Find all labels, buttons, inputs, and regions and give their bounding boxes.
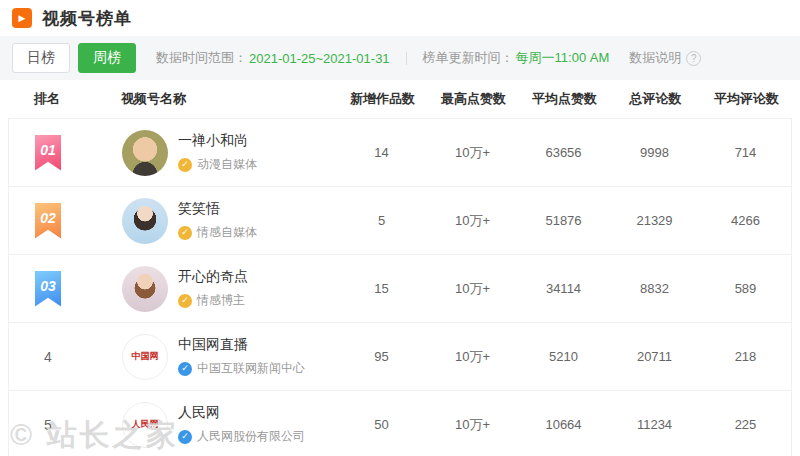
account-name: 一禅小和尚 (178, 132, 257, 150)
verified-badge-icon: ✓ (178, 430, 192, 444)
max-likes-value: 10万+ (427, 280, 518, 298)
rank-badge: 02 (35, 203, 61, 239)
table-row[interactable]: 01 一禅小和尚 ✓ 动漫自媒体 14 10万+ 63656 9998 714 (9, 119, 791, 187)
verified-badge-icon: ✓ (178, 158, 192, 172)
avg-comments-value: 4266 (700, 213, 791, 228)
new-works-count: 14 (336, 145, 427, 160)
avatar (122, 266, 168, 312)
table-row[interactable]: 4 中国网 中国网直播 ✓ 中国互联网新闻中心 95 10万+ 5210 207… (9, 323, 791, 391)
verified-badge-icon: ✓ (178, 226, 192, 240)
total-comments-value: 21329 (609, 213, 700, 228)
avg-comments-value: 218 (700, 349, 791, 364)
avg-likes-value: 63656 (518, 145, 609, 160)
avg-comments-value: 589 (700, 281, 791, 296)
column-header-new-works: 新增作品数 (337, 90, 428, 108)
column-header-rank: 排名 (8, 90, 86, 108)
avatar-logo-text: 人民网 (132, 420, 159, 430)
account-name: 人民网 (178, 404, 305, 422)
video-ranking-page: ▶ 视频号榜单 日榜 周榜 数据时间范围： 2021-01-25~2021-01… (0, 0, 800, 456)
max-likes-value: 10万+ (427, 416, 518, 434)
avatar (122, 130, 168, 176)
account-name: 开心的奇点 (178, 268, 248, 286)
date-range-label: 数据时间范围： (156, 49, 247, 67)
page-title: 视频号榜单 (42, 7, 132, 30)
rank-badge: 4 (44, 349, 52, 365)
total-comments-value: 20711 (609, 349, 700, 364)
table-row[interactable]: 03 开心的奇点 ✓ 情感博主 15 10万+ 34114 8832 589 (9, 255, 791, 323)
rank-badge: 01 (35, 135, 61, 171)
data-explain-link[interactable]: 数据说明 (629, 49, 681, 67)
avatar: 人民网 (122, 402, 168, 448)
avatar-logo-text: 中国网 (132, 352, 159, 362)
rank-badge: 5 (44, 417, 52, 433)
date-range-value: 2021-01-25~2021-01-31 (249, 51, 390, 66)
tab-weekly[interactable]: 周榜 (78, 43, 136, 73)
table-header-row: 排名 视频号名称 新增作品数 最高点赞数 平均点赞数 总评论数 平均评论数 (8, 80, 792, 118)
new-works-count: 50 (336, 417, 427, 432)
column-header-max-likes: 最高点赞数 (428, 90, 519, 108)
certification-text: 中国互联网新闻中心 (197, 360, 305, 377)
help-icon[interactable]: ? (686, 51, 701, 66)
avatar: 中国网 (122, 334, 168, 380)
max-likes-value: 10万+ (427, 212, 518, 230)
toolbar: 日榜 周榜 数据时间范围： 2021-01-25~2021-01-31 榜单更新… (0, 36, 800, 80)
video-play-icon: ▶ (12, 8, 32, 28)
update-time-value: 每周一11:00 AM (516, 49, 610, 67)
new-works-count: 95 (336, 349, 427, 364)
table-row[interactable]: 02 笑笑悟 ✓ 情感自媒体 5 10万+ 51876 21329 4266 (9, 187, 791, 255)
account-name: 中国网直播 (178, 336, 305, 354)
avg-likes-value: 5210 (518, 349, 609, 364)
update-time-label: 榜单更新时间： (423, 49, 514, 67)
new-works-count: 15 (336, 281, 427, 296)
avatar (122, 198, 168, 244)
avg-comments-value: 714 (700, 145, 791, 160)
verified-badge-icon: ✓ (178, 362, 192, 376)
ranking-table: 01 一禅小和尚 ✓ 动漫自媒体 14 10万+ 63656 9998 714 … (8, 118, 792, 456)
avg-comments-value: 225 (700, 417, 791, 432)
avg-likes-value: 51876 (518, 213, 609, 228)
verified-badge-icon: ✓ (178, 294, 192, 308)
total-comments-value: 8832 (609, 281, 700, 296)
column-header-total-comments: 总评论数 (610, 90, 701, 108)
page-header: ▶ 视频号榜单 (0, 0, 800, 36)
max-likes-value: 10万+ (427, 348, 518, 366)
rank-badge: 03 (35, 271, 61, 307)
avg-likes-value: 10664 (518, 417, 609, 432)
column-header-avg-comments: 平均评论数 (701, 90, 792, 108)
column-header-account-name: 视频号名称 (86, 90, 337, 108)
certification-text: 动漫自媒体 (197, 156, 257, 173)
tab-daily[interactable]: 日榜 (12, 43, 70, 73)
certification-text: 情感自媒体 (197, 224, 257, 241)
total-comments-value: 9998 (609, 145, 700, 160)
total-comments-value: 11234 (609, 417, 700, 432)
column-header-avg-likes: 平均点赞数 (519, 90, 610, 108)
avg-likes-value: 34114 (518, 281, 609, 296)
certification-text: 情感博主 (197, 292, 245, 309)
max-likes-value: 10万+ (427, 144, 518, 162)
vertical-divider (406, 52, 407, 65)
account-name: 笑笑悟 (178, 200, 257, 218)
certification-text: 人民网股份有限公司 (197, 428, 305, 445)
table-row[interactable]: 5 人民网 人民网 ✓ 人民网股份有限公司 50 10万+ 10664 1123… (9, 391, 791, 456)
new-works-count: 5 (336, 213, 427, 228)
